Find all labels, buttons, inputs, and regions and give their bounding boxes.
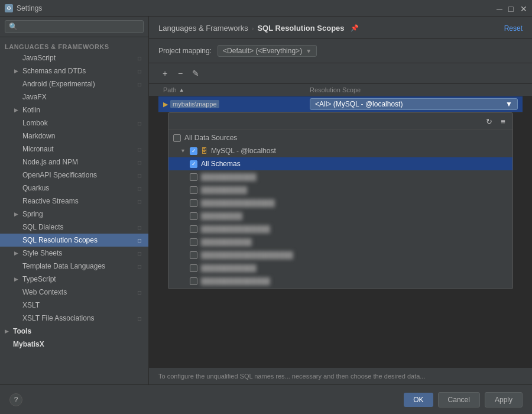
dropdown-arrow-icon: ▼ — [306, 48, 312, 54]
sidebar-item-label: OpenAPI Specifications — [22, 171, 133, 179]
dropdown-item-label: █████████ — [201, 212, 508, 219]
sidebar-item-xslt-file-associations[interactable]: XSLT File Associations □ — [0, 312, 148, 325]
table-row[interactable]: ▶ mybatis\mappe <All> (MySQL - @localhos… — [158, 96, 523, 112]
scope-value: <All> (MySQL - @localhost) — [315, 100, 403, 108]
title-bar-left: ⚙ Settings — [5, 4, 42, 12]
search-input[interactable] — [5, 20, 144, 33]
sidebar-item-lombok[interactable]: Lombok □ — [0, 117, 148, 130]
dropdown-item-all-schemas[interactable]: ✓ All Schemas — [168, 157, 512, 170]
sidebar-item-label: Web Contexts — [22, 288, 133, 296]
path-cell: ▶ mybatis\mappe — [158, 98, 305, 110]
close-button[interactable]: ✕ — [520, 5, 527, 12]
sidebar-item-xslt[interactable]: XSLT — [0, 299, 148, 312]
dropdown-item-blurred4[interactable]: █████████ — [168, 209, 512, 222]
menu-button[interactable]: ≡ — [497, 115, 509, 127]
checkbox-blurred8[interactable] — [190, 264, 197, 272]
remove-button[interactable]: − — [174, 67, 187, 80]
project-mapping-dropdown[interactable]: <Default> (<Everything>) ▼ — [218, 45, 317, 57]
sidebar-item-openapi[interactable]: OpenAPI Specifications □ — [0, 169, 148, 182]
sidebar-item-label: Style Sheets — [22, 249, 133, 257]
checkbox-blurred3[interactable] — [190, 199, 197, 207]
dropdown-item-label: ███████████████ — [201, 277, 508, 284]
sidebar-item-javascript[interactable]: JavaScript □ — [0, 51, 148, 64]
content-area: Languages & Frameworks › SQL Resolution … — [149, 17, 532, 384]
dropdown-item-label: ███████████████ — [201, 225, 508, 232]
dropdown-item-blurred6[interactable]: ███████████ — [168, 235, 512, 248]
sidebar-item-label: Schemas and DTDs — [22, 67, 133, 75]
checkbox-blurred9[interactable] — [190, 277, 197, 285]
scope-dropdown-popup: ↻ ≡ All Data Sources ▼ ✓ 🗄 MySQL - @loca… — [168, 112, 513, 289]
sidebar-item-icon: □ — [135, 158, 144, 166]
sidebar-item-typescript[interactable]: ▶ TypeScript — [0, 273, 148, 286]
sidebar-item-markdown[interactable]: Markdown — [0, 130, 148, 143]
sidebar-item-label: Lombok — [22, 119, 133, 127]
sidebar-item-label: SQL Resolution Scopes — [22, 236, 133, 244]
sidebar-item-label: Spring — [22, 210, 144, 218]
sidebar-item-web-contexts[interactable]: Web Contexts □ — [0, 286, 148, 299]
checkbox-blurred5[interactable] — [190, 225, 197, 233]
scope-dropdown[interactable]: <All> (MySQL - @localhost) ▼ — [310, 98, 518, 110]
table-body: ▶ mybatis\mappe <All> (MySQL - @localhos… — [149, 96, 532, 367]
sidebar-item-nodejs[interactable]: Node.js and NPM □ — [0, 156, 148, 169]
dropdown-item-blurred2[interactable]: ██████████ — [168, 183, 512, 196]
sidebar-item-android[interactable]: Android (Experimental) □ — [0, 77, 148, 90]
cancel-button[interactable]: Cancel — [438, 392, 480, 407]
checkbox-blurred7[interactable] — [190, 251, 197, 259]
project-mapping-label: Project mapping: — [158, 47, 212, 55]
sidebar-item-quarkus[interactable]: Quarkus □ — [0, 182, 148, 195]
checkbox-blurred4[interactable] — [190, 212, 197, 220]
dropdown-item-label: ████████████ — [201, 264, 508, 271]
dropdown-item-all-data-sources[interactable]: All Data Sources — [168, 131, 512, 144]
dropdown-item-label: All Schemas — [201, 160, 508, 168]
sidebar-item-sql-dialects[interactable]: SQL Dialects □ — [0, 221, 148, 234]
dropdown-item-blurred9[interactable]: ███████████████ — [168, 274, 512, 287]
checkbox-mysql[interactable]: ✓ — [190, 147, 197, 155]
sidebar-item-reactive-streams[interactable]: Reactive Streams □ — [0, 195, 148, 208]
sidebar-item-template-data-languages[interactable]: Template Data Languages □ — [0, 260, 148, 273]
arrow-icon: ▶ — [5, 328, 12, 334]
minimize-button[interactable]: ─ — [497, 5, 504, 12]
project-mapping-row: Project mapping: <Default> (<Everything>… — [149, 39, 532, 63]
settings-icon: ⚙ — [5, 4, 13, 12]
main-container: Languages & Frameworks JavaScript □ ▶ Sc… — [0, 17, 532, 384]
sidebar-item-schemas-dtds[interactable]: ▶ Schemas and DTDs □ — [0, 64, 148, 77]
sidebar-item-icon: □ — [135, 119, 144, 127]
title-bar: ⚙ Settings ─ □ ✕ — [0, 0, 532, 17]
sort-icon: ▲ — [179, 87, 184, 93]
checkbox-blurred6[interactable] — [190, 238, 197, 246]
ok-button[interactable]: OK — [404, 393, 433, 407]
sidebar-item-mybatisx[interactable]: MybatisX — [0, 338, 148, 351]
add-button[interactable]: + — [158, 67, 171, 80]
sidebar-item-tools[interactable]: ▶ Tools — [0, 325, 148, 338]
checkbox-blurred1[interactable] — [190, 173, 197, 181]
table-header: Path ▲ Resolution Scope — [149, 84, 532, 96]
dropdown-item-blurred7[interactable]: ████████████████████ — [168, 248, 512, 261]
sidebar-item-spring[interactable]: ▶ Spring — [0, 208, 148, 221]
maximize-button[interactable]: □ — [508, 5, 515, 12]
sidebar-item-kotlin[interactable]: ▶ Kotlin — [0, 104, 148, 117]
help-button[interactable]: ? — [9, 393, 22, 406]
dropdown-item-blurred1[interactable]: ████████████ — [168, 170, 512, 183]
sidebar-item-label: SQL Dialects — [22, 223, 133, 231]
dropdown-item-mysql[interactable]: ▼ ✓ 🗄 MySQL - @localhost — [168, 144, 512, 157]
sidebar-item-icon: □ — [135, 197, 144, 205]
window-controls: ─ □ ✕ — [497, 5, 527, 12]
checkbox-all-data-sources[interactable] — [173, 134, 181, 142]
sidebar-item-javafx[interactable]: JavaFX — [0, 90, 148, 104]
edit-button[interactable]: ✎ — [189, 67, 202, 80]
apply-button[interactable]: Apply — [485, 392, 523, 407]
sidebar-item-label: JavaScript — [22, 54, 133, 62]
dropdown-item-blurred8[interactable]: ████████████ — [168, 261, 512, 274]
refresh-button[interactable]: ↻ — [483, 115, 495, 127]
arrow-icon: ▶ — [14, 211, 21, 217]
checkbox-all-schemas[interactable]: ✓ — [190, 160, 197, 168]
sidebar-item-sql-resolution-scopes[interactable]: SQL Resolution Scopes □ — [0, 234, 148, 247]
sidebar-item-micronaut[interactable]: Micronaut □ — [0, 143, 148, 156]
dropdown-item-blurred5[interactable]: ███████████████ — [168, 222, 512, 235]
sidebar-item-style-sheets[interactable]: ▶ Style Sheets □ — [0, 247, 148, 260]
dropdown-item-blurred3[interactable]: ████████████████ — [168, 196, 512, 209]
breadcrumb-parent: Languages & Frameworks — [158, 24, 248, 33]
reset-button[interactable]: Reset — [504, 24, 523, 33]
checkbox-blurred2[interactable] — [190, 186, 197, 194]
sidebar-item-icon: □ — [135, 54, 144, 62]
